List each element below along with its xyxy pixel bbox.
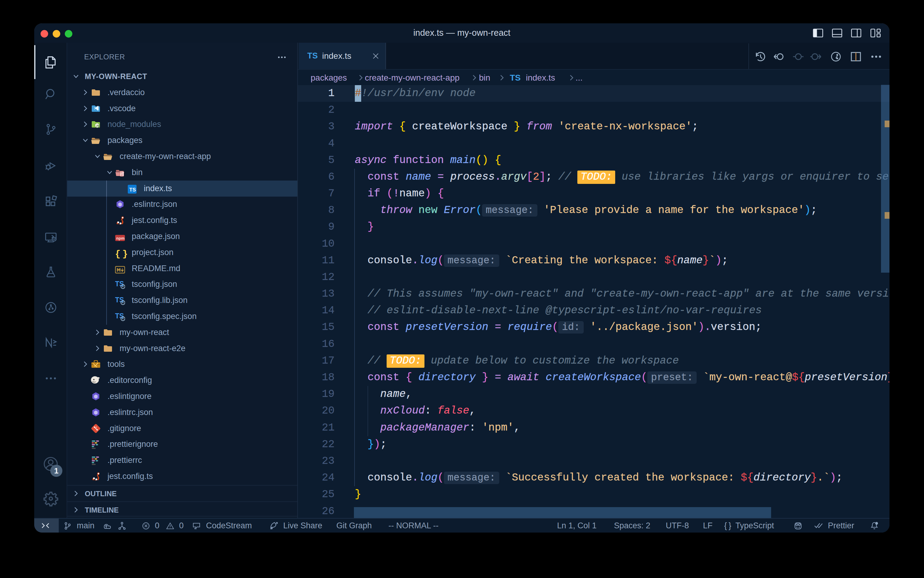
svg-text:npm: npm [116, 236, 125, 240]
svg-text:10: 10 [120, 174, 123, 176]
svg-text:TS: TS [129, 187, 136, 193]
svg-text:JS: JS [96, 124, 99, 127]
svg-text:01: 01 [120, 172, 123, 174]
